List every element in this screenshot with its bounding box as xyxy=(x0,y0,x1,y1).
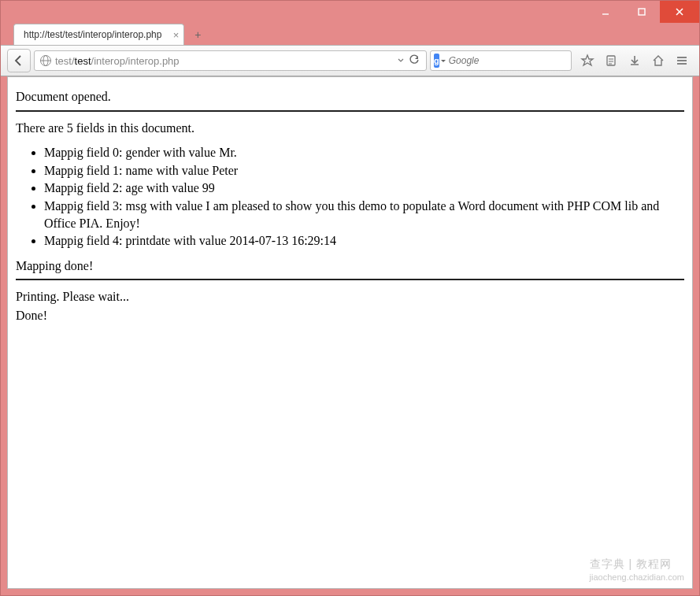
divider-2 xyxy=(16,279,684,280)
window-minimize-button[interactable] xyxy=(587,1,624,23)
watermark: 查字典 | 教程网 jiaocheng.chazidian.com xyxy=(590,557,684,583)
list-item: Mappig field 3: msg with value I am plea… xyxy=(44,198,684,231)
printing-text: Printing. Please wait... xyxy=(16,288,684,305)
history-dropdown-button[interactable] xyxy=(398,55,404,66)
url-controls xyxy=(398,54,423,68)
download-icon xyxy=(628,54,641,67)
fields-intro-text: There are 5 fields in this document. xyxy=(16,120,684,137)
tab-strip: http://test/test/interop/interop.php × + xyxy=(1,23,699,45)
minimize-icon xyxy=(601,7,610,17)
url-path: /interop/interop.php xyxy=(91,55,180,67)
list-item: Mappig field 2: age with value 99 xyxy=(44,180,684,197)
reader-button[interactable] xyxy=(600,50,622,72)
watermark-line2: jiaocheng.chazidian.com xyxy=(590,572,684,583)
maximize-icon xyxy=(637,7,646,17)
window-maximize-button[interactable] xyxy=(624,1,660,23)
url-host: test xyxy=(75,55,91,67)
tab-close-button[interactable]: × xyxy=(173,29,180,41)
navigation-toolbar: test/test/interop/interop.php g xyxy=(1,45,699,76)
search-provider-icon[interactable]: g xyxy=(434,54,439,68)
menu-button[interactable] xyxy=(671,50,693,72)
list-item: Mappig field 1: name with value Peter xyxy=(44,162,684,180)
chevron-down-icon xyxy=(398,57,404,64)
search-box[interactable]: g xyxy=(430,50,572,71)
mapping-done-text: Mapping done! xyxy=(16,257,684,275)
bookmark-button[interactable] xyxy=(576,50,598,72)
done-text: Done! xyxy=(16,307,684,324)
new-tab-button[interactable]: + xyxy=(187,26,208,43)
plus-icon: + xyxy=(194,28,201,41)
fields-list: Mappig field 0: gender with value Mr. Ma… xyxy=(44,144,684,250)
url-prefix: test/ xyxy=(55,55,75,67)
divider-1 xyxy=(16,110,684,112)
home-icon xyxy=(652,54,665,67)
tab-title: http://test/test/interop/interop.php xyxy=(24,29,161,40)
svg-rect-1 xyxy=(639,9,645,15)
clipboard-icon xyxy=(605,54,617,67)
doc-opened-text: Document opened. xyxy=(16,88,684,106)
back-arrow-icon xyxy=(13,54,25,67)
home-button[interactable] xyxy=(647,50,669,72)
address-bar[interactable]: test/test/interop/interop.php xyxy=(34,50,427,71)
list-item: Mappig field 0: gender with value Mr. xyxy=(44,144,684,161)
browser-window: http://test/test/interop/interop.php × +… xyxy=(0,0,700,596)
watermark-line1: 查字典 | 教程网 xyxy=(590,557,684,572)
reload-icon xyxy=(409,54,420,65)
search-input[interactable] xyxy=(449,55,568,66)
close-icon xyxy=(675,7,684,17)
window-close-button[interactable] xyxy=(660,1,699,23)
downloads-button[interactable] xyxy=(624,50,646,72)
url-text: test/test/interop/interop.php xyxy=(55,55,394,67)
browser-tab[interactable]: http://test/test/interop/interop.php × xyxy=(13,24,184,45)
window-titlebar xyxy=(1,1,699,23)
list-item: Mappig field 4: printdate with value 201… xyxy=(44,232,684,250)
star-icon xyxy=(580,54,594,68)
reload-button[interactable] xyxy=(409,54,420,68)
globe-icon xyxy=(39,54,52,67)
back-button[interactable] xyxy=(7,49,31,72)
page-content: Document opened. There are 5 fields in t… xyxy=(7,76,693,589)
toolbar-right xyxy=(575,50,693,72)
hamburger-icon xyxy=(676,54,688,67)
